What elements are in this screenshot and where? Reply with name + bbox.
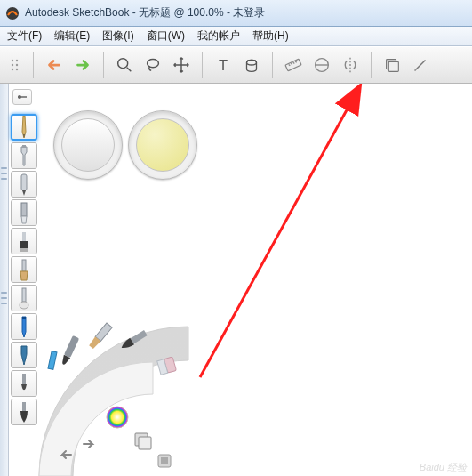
menu-file[interactable]: 文件(F) — [7, 28, 42, 44]
svg-point-4 — [16, 60, 18, 61]
rail-grip-icon[interactable] — [1, 164, 7, 199]
menu-help[interactable]: 帮助(H) — [252, 28, 289, 44]
menubar: 文件(F) 编辑(E) 图像(I) 窗口(W) 我的帐户 帮助(H) — [0, 27, 472, 46]
toolbar: T — [0, 46, 472, 84]
lagoon-menu — [39, 325, 204, 476]
canvas-area[interactable]: Baidu 经验 — [0, 84, 472, 476]
svg-rect-32 — [20, 248, 28, 252]
lagoon-layers[interactable] — [135, 433, 151, 449]
svg-rect-26 — [22, 145, 26, 148]
lagoon-brush-3[interactable] — [88, 323, 112, 350]
svg-rect-37 — [22, 317, 26, 319]
svg-rect-39 — [22, 402, 26, 411]
undo-button[interactable] — [40, 51, 68, 79]
svg-rect-53 — [161, 457, 168, 464]
svg-line-13 — [289, 64, 291, 66]
svg-point-49 — [107, 407, 128, 428]
svg-point-9 — [148, 60, 159, 68]
brush-size-puck[interactable] — [53, 110, 123, 180]
svg-marker-28 — [22, 190, 26, 196]
color-puck[interactable] — [128, 110, 197, 180]
lasso-button[interactable] — [139, 51, 167, 79]
svg-point-6 — [16, 69, 18, 70]
separator — [272, 52, 273, 78]
svg-line-8 — [127, 68, 132, 72]
svg-marker-30 — [21, 216, 27, 223]
lagoon-color-wheel[interactable] — [107, 407, 128, 428]
lagoon-redo[interactable] — [84, 440, 92, 448]
svg-rect-34 — [22, 260, 26, 271]
svg-line-15 — [293, 62, 295, 64]
separator — [371, 52, 372, 78]
side-rail — [0, 84, 9, 476]
svg-rect-45 — [95, 323, 112, 341]
lagoon-brush-2[interactable] — [60, 335, 80, 366]
brush-chisel[interactable] — [11, 199, 37, 226]
separator — [33, 52, 34, 78]
svg-line-16 — [295, 61, 297, 63]
svg-point-7 — [118, 59, 128, 69]
svg-rect-38 — [22, 374, 26, 384]
brush-palette — [11, 114, 39, 425]
brush-pucks — [53, 110, 203, 180]
app-icon — [5, 6, 20, 20]
svg-rect-33 — [22, 232, 26, 241]
menu-edit[interactable]: 编辑(E) — [54, 28, 90, 44]
separator — [103, 52, 104, 78]
svg-point-3 — [12, 69, 13, 70]
svg-point-36 — [20, 302, 28, 309]
svg-point-0 — [6, 7, 19, 20]
puck-inner — [61, 118, 115, 172]
puck-inner — [136, 118, 189, 172]
redo-button[interactable] — [68, 51, 97, 79]
svg-rect-51 — [139, 437, 151, 449]
bucket-button[interactable] — [237, 51, 266, 79]
brush-ballpoint[interactable] — [11, 313, 37, 340]
brush-marker[interactable] — [11, 171, 37, 198]
rail-grip-icon[interactable] — [1, 288, 7, 324]
svg-rect-29 — [21, 203, 27, 216]
menu-window[interactable]: 窗口(W) — [147, 28, 185, 44]
pen-button[interactable] — [406, 51, 435, 79]
lagoon-brush-1[interactable] — [48, 351, 57, 370]
ruler-button[interactable] — [279, 51, 308, 79]
lagoon-tools[interactable] — [158, 455, 171, 467]
svg-rect-27 — [21, 174, 27, 190]
brush-soft[interactable] — [11, 399, 37, 425]
brush-flat[interactable] — [11, 228, 37, 254]
brush-pencil[interactable] — [11, 114, 37, 141]
svg-rect-35 — [22, 288, 26, 302]
brush-hard[interactable] — [11, 370, 37, 397]
svg-rect-44 — [64, 335, 79, 358]
brush-airbrush[interactable] — [11, 142, 37, 169]
svg-rect-12 — [285, 59, 301, 71]
brush-paint[interactable] — [11, 256, 37, 283]
separator — [202, 52, 203, 78]
svg-line-14 — [291, 63, 292, 65]
svg-text:T: T — [219, 57, 228, 73]
ellipse-guide-button[interactable] — [308, 51, 336, 79]
toolbar-handle[interactable] — [7, 51, 27, 79]
svg-rect-21 — [388, 61, 398, 71]
svg-line-41 — [200, 89, 358, 377]
toggle-icon — [16, 92, 28, 102]
text-button[interactable]: T — [209, 51, 237, 79]
svg-point-2 — [12, 64, 13, 66]
zoom-button[interactable] — [110, 51, 139, 79]
svg-point-23 — [18, 95, 21, 99]
palette-toggle-button[interactable] — [12, 89, 32, 105]
svg-point-5 — [16, 64, 18, 66]
menu-account[interactable]: 我的帐户 — [197, 28, 240, 44]
titlebar: Autodesk SketchBook - 无标题 @ 100.0% - 未登录 — [0, 0, 472, 27]
symmetry-button[interactable] — [336, 51, 364, 79]
brush-ink[interactable] — [11, 342, 37, 368]
svg-rect-31 — [20, 241, 28, 248]
move-button[interactable] — [167, 51, 196, 79]
svg-point-1 — [12, 60, 13, 61]
window-title: Autodesk SketchBook - 无标题 @ 100.0% - 未登录 — [25, 5, 265, 20]
menu-image[interactable]: 图像(I) — [102, 28, 133, 44]
brush-smudge[interactable] — [11, 285, 37, 311]
watermark: Baidu 经验 — [420, 461, 467, 474]
layers-button[interactable] — [378, 51, 406, 79]
svg-rect-43 — [48, 351, 57, 370]
